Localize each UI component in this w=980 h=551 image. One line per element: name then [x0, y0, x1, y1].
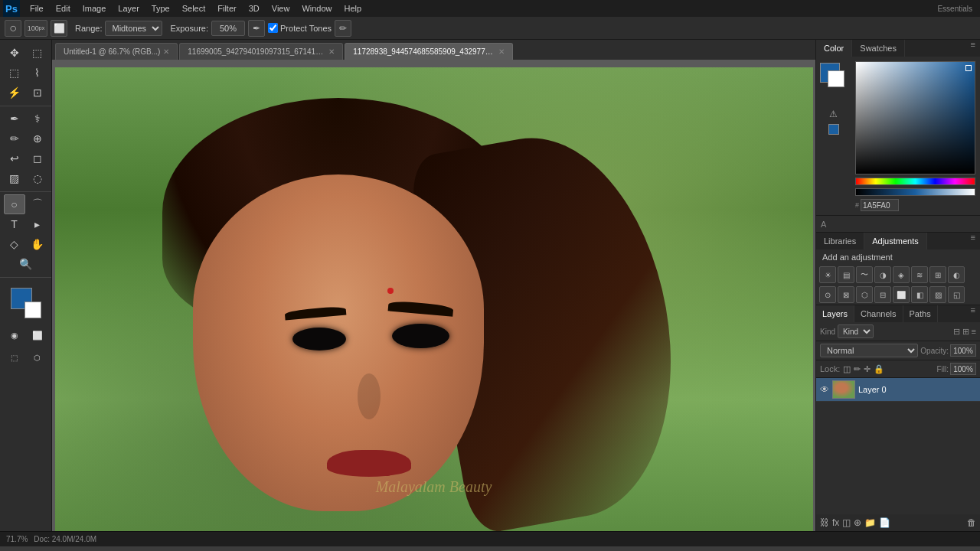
add-style-btn[interactable]: fx: [832, 517, 839, 528]
add-mask-btn[interactable]: ◫: [842, 517, 851, 528]
airbrush-icon[interactable]: ✒: [248, 20, 265, 37]
lock-all-icon[interactable]: 🔒: [874, 364, 884, 374]
adj-panel-options[interactable]: ≡: [966, 233, 980, 249]
menu-3d[interactable]: 3D: [243, 2, 265, 15]
gradient-map-adj[interactable]: ▨: [929, 286, 946, 303]
fill-input[interactable]: [950, 363, 976, 375]
brush-tool[interactable]: ✏: [4, 129, 25, 148]
paths-tab[interactable]: Paths: [903, 305, 938, 322]
filter-toggle[interactable]: ⊟: [953, 327, 960, 337]
channels-tab[interactable]: Channels: [854, 305, 903, 322]
color-spectrum-box[interactable]: [855, 61, 975, 174]
create-group-btn[interactable]: 📁: [864, 517, 876, 528]
libraries-tab[interactable]: Libraries: [816, 233, 864, 249]
tab-file2[interactable]: 11699005_942794019097315_671413269578063…: [179, 43, 343, 60]
brightness-contrast-adj[interactable]: ☀: [819, 266, 836, 283]
menu-edit[interactable]: Edit: [51, 2, 76, 15]
color-tab[interactable]: Color: [816, 40, 852, 57]
lasso-tool[interactable]: ⌇: [27, 63, 48, 83]
link-layers-btn[interactable]: ⛓: [820, 517, 829, 528]
history-brush-tool[interactable]: ↩: [4, 148, 25, 168]
3d-mode[interactable]: ⬡: [27, 347, 48, 367]
lock-position-icon[interactable]: ✛: [864, 364, 871, 374]
brightness-slider[interactable]: [855, 188, 975, 196]
color-lookup-adj[interactable]: ⬡: [856, 286, 873, 303]
lock-transparent-icon[interactable]: ◫: [843, 364, 851, 374]
pen-tool[interactable]: ⌒: [27, 194, 48, 214]
tab-file3[interactable]: 11728938_944574685585909_432977056431092…: [345, 43, 513, 60]
marquee-tool[interactable]: ⬚: [4, 63, 25, 83]
menu-file[interactable]: File: [24, 2, 49, 15]
clone-stamp-tool[interactable]: ⊕: [27, 129, 48, 148]
blend-mode-select[interactable]: Normal: [820, 344, 918, 357]
background-color-swatch[interactable]: [24, 302, 41, 318]
exposure-adj[interactable]: ◑: [874, 266, 891, 283]
canvas-image[interactable]: Malayalam Beauty: [55, 67, 813, 531]
eyedropper-tool[interactable]: ✒: [4, 109, 25, 129]
layer-visibility-toggle[interactable]: 👁: [820, 384, 829, 395]
zoom-tool-btn[interactable]: 🔍: [15, 254, 37, 274]
bw-adj[interactable]: ◐: [948, 266, 965, 283]
set-brush-icon[interactable]: ✏: [335, 20, 351, 37]
exposure-input[interactable]: [211, 21, 245, 36]
channel-mixer-adj[interactable]: ⊠: [838, 286, 854, 303]
invert-adj[interactable]: ⊟: [874, 286, 891, 303]
menu-filter[interactable]: Filter: [212, 2, 241, 15]
layers-panel-options[interactable]: ≡: [966, 305, 980, 322]
layers-tab[interactable]: Layers: [816, 305, 854, 322]
menu-select[interactable]: Select: [177, 2, 211, 15]
bg-color-box[interactable]: [828, 70, 844, 87]
menu-view[interactable]: View: [266, 2, 296, 15]
tab-untitled[interactable]: Untitled-1 @ 66.7% (RGB...) ✕: [55, 43, 178, 60]
frame-tool[interactable]: ⬚: [4, 347, 25, 367]
threshold-adj[interactable]: ◧: [911, 286, 928, 303]
type-tool[interactable]: T: [4, 214, 25, 234]
quick-mask-mode[interactable]: ◉: [4, 325, 25, 345]
filter-options[interactable]: ≡: [972, 327, 976, 336]
delete-layer-btn[interactable]: 🗑: [967, 517, 976, 528]
artboard-tool[interactable]: ⬚: [27, 43, 48, 63]
tab-close-2[interactable]: ✕: [498, 47, 505, 56]
hex-input[interactable]: [861, 199, 899, 211]
quick-selection-tool[interactable]: ⚡: [4, 83, 25, 103]
menu-type[interactable]: Type: [146, 2, 175, 15]
screen-mode-btn[interactable]: ⬜: [27, 325, 48, 345]
move-tool[interactable]: ✥: [4, 43, 25, 63]
selective-color-adj[interactable]: ◱: [948, 286, 965, 303]
menu-image[interactable]: Image: [77, 2, 112, 15]
posterize-adj[interactable]: ⬜: [893, 286, 910, 303]
spot-healing-tool[interactable]: ⚕: [27, 109, 48, 129]
photo-filter-adj[interactable]: ⊙: [819, 286, 836, 303]
levels-adj[interactable]: ▤: [838, 266, 854, 283]
dodge-tool-icon[interactable]: ○: [5, 20, 21, 37]
menu-window[interactable]: Window: [296, 2, 337, 15]
create-fill-adj-btn[interactable]: ⊕: [854, 517, 861, 528]
menu-help[interactable]: Help: [339, 2, 368, 15]
curves-adj[interactable]: 〜: [856, 266, 873, 283]
crop-tool[interactable]: ⊡: [27, 83, 48, 103]
color-balance-adj[interactable]: ⊞: [929, 266, 946, 283]
gamut-warning-icon[interactable]: ⚠: [829, 109, 838, 119]
dodge-tool-btn[interactable]: ○: [4, 194, 25, 214]
gradient-tool[interactable]: ▨: [4, 168, 25, 188]
layer-item-0[interactable]: 👁 Layer 0: [816, 378, 980, 402]
hand-tool[interactable]: ✋: [27, 234, 48, 254]
filter-add[interactable]: ⊞: [962, 327, 969, 337]
canvas-viewport[interactable]: Malayalam Beauty: [52, 60, 815, 531]
opacity-input[interactable]: [950, 344, 976, 357]
tab-close-1[interactable]: ✕: [328, 47, 335, 56]
eraser-tool[interactable]: ◻: [27, 148, 48, 168]
range-select[interactable]: Midtones: [105, 21, 162, 36]
blur-tool[interactable]: ◌: [27, 168, 48, 188]
filter-type-select[interactable]: Kind: [838, 324, 874, 338]
color-panel-options[interactable]: ≡: [966, 40, 980, 57]
brush-hardness-icon[interactable]: ⬜: [51, 20, 67, 37]
hsl-adj[interactable]: ≋: [911, 266, 928, 283]
vibrance-adj[interactable]: ◈: [893, 266, 910, 283]
color-indicator[interactable]: [828, 124, 839, 135]
path-selection-tool[interactable]: ▸: [27, 214, 48, 234]
protect-tones-checkbox[interactable]: Protect Tones: [268, 23, 332, 33]
create-layer-btn[interactable]: 📄: [879, 517, 890, 528]
lock-paint-icon[interactable]: ✏: [854, 364, 861, 374]
menu-layer[interactable]: Layer: [113, 2, 145, 15]
